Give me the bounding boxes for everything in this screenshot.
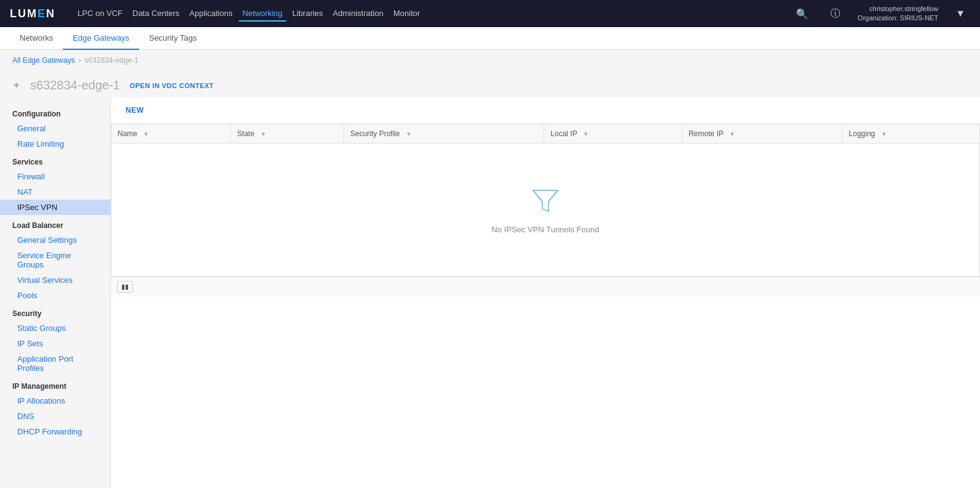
help-icon[interactable]: ⓘ — [825, 7, 845, 20]
filter-icon-state[interactable]: ▼ — [260, 131, 267, 137]
nav-item-data-centers[interactable]: Data Centers — [129, 6, 183, 22]
sidebar: ConfigurationGeneralRate LimitingService… — [0, 97, 111, 488]
filter-icon-local-ip[interactable]: ▼ — [583, 131, 589, 137]
nav-user: christopher.stringfellow Organization: S… — [857, 4, 938, 23]
data-table: Name ▼State ▼Security Profile ▼Local IP … — [111, 124, 980, 277]
sidebar-item-app-port-profiles[interactable]: Application Port Profiles — [0, 351, 110, 376]
table-bottom: ▮▮ — [111, 277, 980, 296]
nav-user-line2: Organization: SIRIUS-NET — [857, 14, 938, 23]
toolbar: NEW — [111, 97, 980, 124]
content-area: NEW Name ▼State ▼Security Profile ▼Local… — [111, 97, 980, 488]
sidebar-section-services: Services — [0, 152, 110, 169]
nav-item-libraries[interactable]: Libraries — [289, 6, 327, 22]
open-vdc-button[interactable]: OPEN IN VDC CONTEXT — [130, 82, 214, 89]
main-layout: ConfigurationGeneralRate LimitingService… — [0, 97, 980, 488]
filter-icon-name[interactable]: ▼ — [143, 131, 149, 137]
sidebar-item-firewall[interactable]: Firewall — [0, 169, 110, 184]
page-title: s632834-edge-1 — [30, 78, 120, 92]
user-dropdown-icon[interactable]: ▼ — [950, 8, 970, 19]
top-nav: LUMEN LPC on VCFData CentersApplications… — [0, 0, 980, 27]
sidebar-item-rate-limiting[interactable]: Rate Limiting — [0, 136, 110, 152]
sidebar-section-security: Security — [0, 303, 110, 320]
sidebar-section-configuration: Configuration — [0, 104, 110, 121]
sidebar-item-ip-allocations[interactable]: IP Allocations — [0, 393, 110, 409]
breadcrumb-sep: › — [78, 56, 81, 65]
table-header-row: Name ▼State ▼Security Profile ▼Local IP … — [111, 124, 980, 144]
col-header-logging[interactable]: Logging ▼ — [842, 124, 979, 144]
drag-icon: ✦ — [12, 79, 20, 91]
filter-icon-remote-ip[interactable]: ▼ — [729, 131, 735, 137]
col-header-local-ip[interactable]: Local IP ▼ — [544, 124, 682, 144]
new-button[interactable]: NEW — [121, 104, 149, 117]
col-header-state[interactable]: State ▼ — [231, 124, 344, 144]
table-body: No IPSec VPN Tunnels Found — [111, 144, 980, 277]
sidebar-item-service-engine-groups[interactable]: Service Engine Groups — [0, 248, 110, 272]
svg-marker-0 — [533, 190, 558, 211]
tab-edge-gateways[interactable]: Edge Gateways — [63, 27, 139, 50]
breadcrumb: All Edge Gateways › s632834-edge-1 — [0, 50, 980, 71]
sidebar-item-ipsec-vpn[interactable]: IPSec VPN — [0, 200, 110, 215]
nav-user-line1: christopher.stringfellow — [857, 4, 938, 14]
sidebar-item-virtual-services[interactable]: Virtual Services — [0, 272, 110, 288]
logo: LUMEN — [10, 7, 55, 20]
tab-items: NetworksEdge GatewaysSecurity Tags — [10, 27, 207, 49]
svg-line-2 — [548, 190, 558, 201]
breadcrumb-parent[interactable]: All Edge Gateways — [12, 56, 74, 65]
empty-state-row: No IPSec VPN Tunnels Found — [111, 144, 980, 277]
tab-networks[interactable]: Networks — [10, 27, 63, 50]
nav-item-applications[interactable]: Applications — [186, 6, 236, 22]
svg-line-1 — [533, 190, 542, 201]
empty-funnel-icon — [530, 185, 561, 216]
sidebar-item-ip-sets[interactable]: IP Sets — [0, 336, 110, 351]
sidebar-item-pools[interactable]: Pools — [0, 288, 110, 303]
col-header-security-profile[interactable]: Security Profile ▼ — [344, 124, 544, 144]
table-header: Name ▼State ▼Security Profile ▼Local IP … — [111, 124, 980, 144]
tab-security-tags[interactable]: Security Tags — [139, 27, 207, 50]
nav-item-networking[interactable]: Networking — [239, 6, 286, 22]
sidebar-item-general[interactable]: General — [0, 121, 110, 136]
filter-icon-logging[interactable]: ▼ — [881, 131, 887, 137]
empty-state-cell: No IPSec VPN Tunnels Found — [111, 144, 980, 277]
breadcrumb-current: s632834-edge-1 — [84, 56, 138, 65]
sidebar-item-dns[interactable]: DNS — [0, 409, 110, 424]
col-header-name[interactable]: Name ▼ — [111, 124, 231, 144]
nav-item-lpc-vcf[interactable]: LPC on VCF — [74, 6, 126, 22]
col-header-remote-ip[interactable]: Remote IP ▼ — [682, 124, 842, 144]
search-icon[interactable]: 🔍 — [791, 8, 813, 20]
sidebar-item-dhcp-forwarding[interactable]: DHCP Forwarding — [0, 424, 110, 439]
collapse-button[interactable]: ▮▮ — [117, 281, 133, 293]
empty-state: No IPSec VPN Tunnels Found — [118, 148, 973, 271]
sidebar-item-general-settings[interactable]: General Settings — [0, 232, 110, 248]
sidebar-item-static-groups[interactable]: Static Groups — [0, 320, 110, 336]
sidebar-content: ConfigurationGeneralRate LimitingService… — [0, 104, 110, 439]
tab-bar: NetworksEdge GatewaysSecurity Tags — [0, 27, 980, 50]
page-header: ✦ s632834-edge-1 OPEN IN VDC CONTEXT — [0, 71, 980, 97]
nav-item-monitor[interactable]: Monitor — [390, 6, 424, 22]
sidebar-section-load-balancer: Load Balancer — [0, 215, 110, 232]
nav-items: LPC on VCFData CentersApplicationsNetwor… — [74, 6, 424, 22]
filter-icon-security-profile[interactable]: ▼ — [406, 131, 412, 137]
sidebar-item-nat[interactable]: NAT — [0, 184, 110, 200]
empty-message: No IPSec VPN Tunnels Found — [492, 225, 600, 234]
nav-item-administration[interactable]: Administration — [329, 6, 387, 22]
sidebar-section-ip-management: IP Management — [0, 376, 110, 393]
